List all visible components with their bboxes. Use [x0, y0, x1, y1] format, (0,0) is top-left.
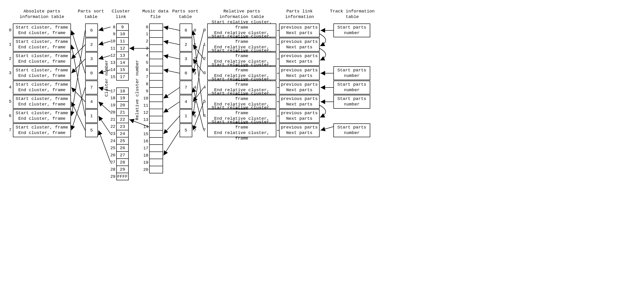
- music-cell: 20: [149, 166, 163, 174]
- svg-line-1: [72, 45, 85, 59]
- absolute-parts-row: Start cluster, frameEnd cluster, frame1: [13, 38, 71, 52]
- sort-cell: 6: [85, 24, 98, 37]
- cluster-group1: 98109111012111312141315141715: [116, 24, 129, 80]
- cluster-cell: 1211: [116, 45, 129, 52]
- relative-title: Relative parts information table: [205, 9, 278, 20]
- parts-link-row: previous partsNext parts: [279, 109, 320, 123]
- sort1-title: Parts sort table: [76, 9, 106, 20]
- sort-cell: 0: [85, 66, 98, 80]
- cluster-cell: 2928: [116, 166, 129, 173]
- relative-cluster-number-label: Relative cluster number: [135, 60, 140, 120]
- sort-cell: 3: [85, 52, 98, 66]
- svg-line-5: [72, 88, 85, 102]
- music-cell: 9: [149, 88, 163, 95]
- svg-line-15: [98, 130, 110, 162]
- cluster-group2: 1817191820192120222123222423252426252726…: [116, 88, 129, 180]
- music-cell: 19: [149, 159, 163, 166]
- sort2-title: Parts sort table: [170, 9, 200, 20]
- svg-line-24: [164, 116, 180, 134]
- sort-cell: 1: [85, 109, 98, 123]
- parts-link-row: previous partsNext parts: [279, 66, 320, 80]
- absolute-parts-row: Start cluster, frameEnd cluster, frame2: [13, 52, 71, 66]
- cluster-cell: FFFF29: [116, 173, 129, 180]
- link-title: Parts link information: [278, 9, 321, 20]
- music-cell: 15: [149, 130, 163, 138]
- cluster-cell: 1918: [116, 95, 129, 102]
- svg-line-33: [193, 88, 204, 130]
- track-info-row: Start partsnumber: [334, 66, 370, 80]
- sort-cell: 21: [180, 38, 192, 52]
- cluster-cell: 2019: [116, 102, 129, 109]
- cluster-cell: 2120: [116, 109, 129, 116]
- svg-line-46: [320, 127, 334, 130]
- music-file: 01234567891011121314151617181920: [149, 24, 163, 174]
- track-info-row: Start partsnumber: [334, 124, 370, 137]
- music-cell: 16: [149, 138, 163, 145]
- track-info-row: Start partsnumber: [334, 95, 370, 109]
- sort-cell: 03: [180, 66, 192, 80]
- track-title: Track information table: [327, 9, 378, 20]
- music-cell: 12: [149, 109, 163, 116]
- svg-line-22: [164, 88, 180, 98]
- music-cell: 1: [149, 30, 163, 38]
- cluster-cell: 98: [116, 24, 129, 30]
- svg-line-10: [98, 56, 110, 59]
- sort-cell: 7: [85, 80, 98, 94]
- sort-cell: 4: [85, 95, 98, 109]
- cluster-cell: 2524: [116, 138, 129, 144]
- absolute-parts-row: Start cluster, frameEnd cluster, frame0: [13, 24, 71, 37]
- music-cell: 14: [149, 124, 163, 130]
- cluster-cell: 1817: [116, 88, 129, 95]
- music-cell: 4: [149, 52, 163, 59]
- svg-line-26: [193, 30, 204, 73]
- absolute-parts-row: Start cluster, frameEnd cluster, frame7: [13, 124, 71, 137]
- absolute-parts-row: Start cluster, frameEnd cluster, frame5: [13, 95, 71, 109]
- music-cell: 18: [149, 152, 163, 159]
- music-title: Music data file: [138, 9, 173, 20]
- sort-cell: 60: [180, 24, 192, 37]
- svg-line-6: [72, 45, 85, 116]
- sort-cell: 5: [85, 124, 98, 137]
- relative-boxes: Start relative cluster, frameEnd relativ…: [207, 24, 276, 138]
- cluster-cell: 1110: [116, 38, 129, 45]
- sort-cell: 16: [180, 109, 192, 123]
- parts-link-row: previous partsNext parts: [279, 124, 320, 137]
- svg-line-0: [72, 30, 85, 116]
- cluster-cell: 2625: [116, 144, 129, 152]
- sort-cell: 57: [180, 124, 192, 137]
- sort-cell: 74: [180, 80, 192, 94]
- cluster-cell: 1514: [116, 66, 129, 74]
- svg-line-14: [98, 116, 110, 134]
- absolute-parts-row: Start cluster, frameEnd cluster, frame3: [13, 66, 71, 80]
- music-cell: 0: [149, 24, 163, 30]
- sort-cell: 45: [180, 95, 192, 109]
- parts-link-row: previous partsNext parts: [279, 38, 320, 52]
- svg-line-4: [72, 88, 85, 130]
- cluster-cell: 2827: [116, 159, 129, 166]
- cluster-cell: 1312: [116, 52, 129, 59]
- music-cell: 7: [149, 74, 163, 80]
- svg-line-21: [164, 70, 180, 73]
- track-boxes: Start partsnumberStart partsnumberStart …: [334, 24, 370, 138]
- cluster-cell: 2221: [116, 116, 129, 123]
- cluster-title: Cluster link: [107, 9, 135, 20]
- svg-line-8: [98, 27, 110, 30]
- cluster-cell: 109: [116, 30, 129, 38]
- absolute-parts-row: Start cluster, frameEnd cluster, frame4: [13, 80, 71, 94]
- parts-link-row: previous partsNext parts: [279, 95, 320, 109]
- music-cell: 17: [149, 145, 163, 152]
- absolute-parts-row: Start cluster, frameEnd cluster, frame6: [13, 109, 71, 123]
- link-boxes: previous partsNext partsprevious partsNe…: [279, 24, 320, 138]
- music-cell: 11: [149, 102, 163, 109]
- music-cell: 2: [149, 38, 163, 45]
- sort2-boxes: 6021320374451657: [180, 24, 192, 138]
- music-cell: 8: [149, 80, 163, 88]
- svg-line-19: [164, 41, 180, 45]
- svg-line-18: [164, 27, 180, 30]
- svg-line-27: [193, 45, 204, 116]
- sort1-boxes: 62307415: [85, 24, 98, 138]
- svg-line-23: [164, 102, 180, 112]
- cluster-cell: 2423: [116, 130, 129, 138]
- music-cell: 10: [149, 95, 163, 102]
- sort-cell: 32: [180, 52, 192, 66]
